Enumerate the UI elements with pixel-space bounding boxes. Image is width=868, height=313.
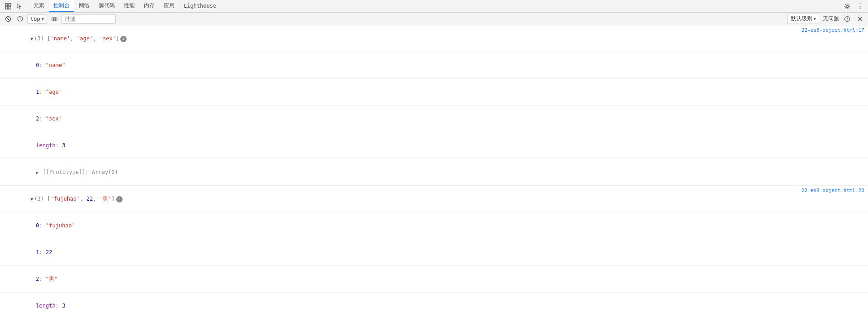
svg-rect-3 (9, 7, 11, 9)
filter-input[interactable] (62, 14, 116, 24)
console-entry: 0: "name" (0, 52, 868, 79)
main-tabs: 元素 控制台 网络 源代码 性能 内存 应用 Lighthouse (29, 0, 221, 12)
svg-point-10 (52, 17, 57, 21)
console-toolbar-right: 默认级别 ▼ 无问题 (787, 14, 864, 24)
line-gutter (0, 106, 9, 131)
console-toolbar: top ▼ 默认级别 ▼ 无问题 (0, 13, 868, 25)
svg-line-6 (6, 17, 10, 21)
svg-rect-1 (9, 4, 11, 6)
settings-area: ⋮ (843, 2, 864, 11)
tab-application[interactable]: 应用 (159, 0, 179, 12)
more-options-icon[interactable]: ⋮ (855, 2, 864, 11)
console-entry: length: 3 (0, 293, 868, 313)
svg-rect-0 (5, 4, 8, 6)
line-gutter (0, 240, 9, 265)
line-content[interactable]: ▼(3) ['fujuhao', 22, '男']i (9, 186, 798, 212)
pointer-icon[interactable] (14, 2, 24, 11)
line-content: 2: "sex" (9, 106, 868, 131)
line-gutter (0, 53, 9, 78)
console-toolbar-left: top ▼ (4, 14, 116, 24)
line-gutter (0, 293, 9, 313)
console-entry: ▶ [[Prototype]]: Array(0) (0, 159, 868, 186)
svg-point-14 (847, 19, 848, 20)
line-content: 0: "name" (9, 53, 868, 78)
issues-label: 无问题 (823, 15, 839, 23)
line-content: 2: "男" (9, 266, 868, 292)
source-link[interactable]: 22-es8-object.html:17 (798, 26, 868, 35)
level-chevron: ▼ (814, 17, 816, 21)
line-content: 0: "fujuhao" (9, 213, 868, 238)
line-gutter (0, 133, 9, 158)
close-toolbar-icon[interactable] (855, 14, 864, 24)
issues-settings-icon[interactable] (843, 14, 852, 24)
tab-console[interactable]: 控制台 (49, 0, 74, 12)
console-entry: ▼(3) ['fujuhao', 22, '男']i 22-es8-object… (0, 186, 868, 212)
svg-point-4 (846, 5, 849, 7)
line-content: length: 3 (9, 133, 868, 158)
console-output: ▼(3) ['name', 'age', 'sex']i 22-es8-obje… (0, 25, 868, 313)
expand-arrow[interactable]: ▶ (36, 169, 38, 176)
tab-network[interactable]: 网络 (74, 0, 94, 12)
devtools-tab-bar: 元素 控制台 网络 源代码 性能 内存 应用 Lighthouse ⋮ (0, 0, 868, 13)
tab-lighthouse[interactable]: Lighthouse (179, 0, 221, 12)
svg-point-9 (19, 20, 20, 21)
console-entry: length: 3 (0, 132, 868, 159)
svg-point-11 (53, 18, 55, 20)
info-icon[interactable]: i (116, 196, 123, 202)
line-content: length: 3 (9, 293, 868, 313)
line-content: 1: 22 (9, 240, 868, 265)
tab-performance[interactable]: 性能 (119, 0, 139, 12)
line-gutter (0, 213, 9, 238)
tab-sources[interactable]: 源代码 (94, 0, 119, 12)
console-entry: 2: "sex" (0, 106, 868, 132)
settings-icon[interactable] (843, 2, 852, 11)
console-entry: ▼(3) ['name', 'age', 'sex']i 22-es8-obje… (0, 25, 868, 52)
expand-arrow[interactable]: ▼ (30, 35, 33, 42)
tab-memory[interactable]: 内存 (139, 0, 159, 12)
dropdown-chevron: ▼ (42, 17, 44, 21)
level-dropdown[interactable]: 默认级别 ▼ (787, 14, 819, 24)
tab-elements[interactable]: 元素 (29, 0, 49, 12)
line-gutter (0, 159, 9, 185)
line-gutter (0, 79, 9, 105)
console-entry: 1: 22 (0, 239, 868, 266)
line-content[interactable]: ▶ [[Prototype]]: Array(0) (9, 159, 868, 185)
devtools-icons (4, 2, 24, 11)
source-link[interactable]: 22-es8-object.html:20 (798, 186, 868, 196)
console-entry: 2: "男" (0, 266, 868, 293)
line-gutter (0, 186, 9, 212)
console-entry: 0: "fujuhao" (0, 212, 868, 239)
eye-icon[interactable] (50, 14, 59, 24)
svg-rect-2 (5, 7, 8, 9)
line-content: 1: "age" (9, 79, 868, 105)
info-icon[interactable]: i (120, 36, 127, 42)
line-gutter (0, 26, 9, 51)
clear-console-icon[interactable] (4, 14, 13, 24)
inspect-icon[interactable] (4, 2, 13, 11)
context-dropdown[interactable]: top ▼ (27, 14, 47, 24)
expand-arrow[interactable]: ▼ (30, 196, 33, 202)
stop-on-exceptions-icon[interactable] (15, 14, 24, 24)
line-content[interactable]: ▼(3) ['name', 'age', 'sex']i (9, 26, 798, 51)
console-entry: 1: "age" (0, 79, 868, 106)
line-gutter (0, 266, 9, 292)
